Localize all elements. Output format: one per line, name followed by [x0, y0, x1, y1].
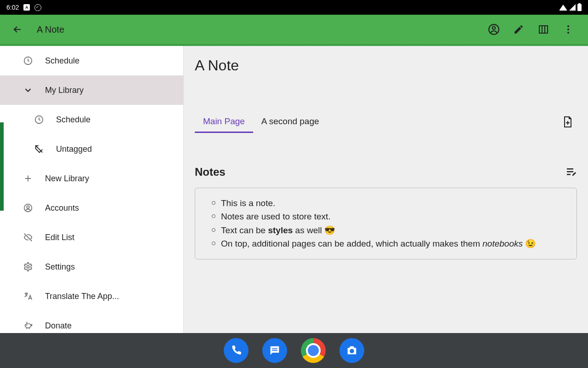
- sidebar-item-donate[interactable]: Donate: [0, 311, 183, 333]
- camera-icon: [345, 344, 358, 357]
- tag-off-icon: [34, 144, 44, 154]
- status-time: 6:02: [6, 4, 19, 11]
- svg-rect-12: [567, 168, 573, 170]
- clock-icon: [34, 115, 44, 125]
- sidebar: Schedule My Library Schedule Untagged Ne…: [0, 46, 184, 333]
- svg-rect-13: [567, 171, 573, 172]
- sidebar-label: Schedule: [45, 56, 79, 66]
- sidebar-label: New Library: [45, 174, 89, 184]
- chrome-app-icon[interactable]: [301, 338, 326, 363]
- sidebar-item-mylibrary[interactable]: My Library: [0, 75, 183, 105]
- sidebar-label: Accounts: [45, 203, 79, 213]
- messages-app-icon[interactable]: [262, 338, 287, 363]
- sidebar-selection-indicator: [0, 122, 4, 211]
- sidebar-item-newlibrary[interactable]: New Library: [0, 164, 183, 193]
- svg-point-1: [492, 27, 496, 30]
- chevron-down-icon: [23, 85, 33, 95]
- tab-main-page[interactable]: Main Page: [195, 111, 253, 133]
- back-arrow-icon: [12, 24, 23, 35]
- sidebar-item-translate[interactable]: Translate The App...: [0, 282, 183, 311]
- svg-rect-16: [272, 350, 277, 351]
- note-title: A Note: [195, 57, 577, 74]
- piggy-icon: [23, 321, 33, 331]
- eye-off-icon: [23, 232, 33, 242]
- note-line: Text can be styles as well 😎: [208, 224, 564, 237]
- account-icon: [488, 23, 500, 35]
- svg-point-11: [27, 325, 27, 326]
- account-circle-icon: [23, 203, 33, 213]
- phone-icon: [230, 345, 242, 356]
- file-plus-icon: [563, 116, 573, 128]
- pencil-icon: [513, 24, 524, 35]
- sidebar-label: Translate The App...: [45, 292, 119, 301]
- sidebar-label: Schedule: [56, 115, 90, 125]
- svg-rect-14: [567, 174, 571, 175]
- sidebar-label: Untagged: [56, 144, 92, 154]
- more-vert-icon: [563, 24, 574, 35]
- add-page-button[interactable]: [559, 113, 577, 131]
- note-line: Notes are used to store text.: [208, 210, 564, 223]
- notes-card[interactable]: This is a note. Notes are used to store …: [195, 188, 577, 259]
- signal-icon: [569, 4, 576, 11]
- wifi-icon: [559, 5, 567, 11]
- status-bar: 6:02 A: [0, 0, 588, 15]
- notes-heading: Notes: [195, 166, 226, 178]
- columns-icon: [538, 24, 549, 35]
- edit-notes-button[interactable]: [566, 167, 577, 177]
- svg-point-10: [27, 265, 29, 268]
- sidebar-label: My Library: [45, 86, 84, 95]
- gear-icon: [23, 262, 33, 272]
- svg-point-4: [567, 29, 569, 30]
- svg-point-9: [27, 206, 29, 208]
- sidebar-item-schedule[interactable]: Schedule: [0, 46, 183, 75]
- tab-second-page[interactable]: A second page: [253, 111, 328, 133]
- plus-icon: [23, 173, 33, 184]
- svg-rect-2: [539, 26, 548, 33]
- phone-app-icon[interactable]: [224, 338, 249, 363]
- list-edit-icon: [566, 167, 577, 177]
- note-line: On top, additional pages can be added, w…: [208, 237, 564, 250]
- sidebar-item-editlist[interactable]: Edit List: [0, 223, 183, 252]
- system-nav-bar: [0, 333, 588, 368]
- app-bar: A Note: [0, 15, 588, 44]
- appbar-title: A Note: [37, 24, 481, 35]
- svg-point-3: [567, 25, 569, 27]
- svg-point-5: [567, 32, 569, 34]
- translate-icon: [23, 291, 33, 301]
- svg-point-17: [350, 349, 354, 353]
- back-button[interactable]: [7, 19, 28, 40]
- battery-icon: [577, 4, 582, 11]
- edit-button[interactable]: [506, 18, 531, 40]
- sidebar-item-accounts[interactable]: Accounts: [0, 193, 183, 223]
- message-icon: [268, 344, 281, 357]
- svg-rect-15: [272, 348, 277, 349]
- sidebar-label: Donate: [45, 321, 72, 331]
- more-button[interactable]: [556, 18, 581, 40]
- sidebar-label: Settings: [45, 262, 75, 272]
- camera-app-icon[interactable]: [339, 338, 364, 363]
- clock-icon: [23, 56, 33, 66]
- tab-row: Main Page A second page: [195, 111, 577, 133]
- columns-button[interactable]: [531, 18, 556, 40]
- account-button[interactable]: [481, 18, 506, 40]
- status-check-icon: [34, 4, 41, 11]
- sidebar-label: Edit List: [45, 233, 74, 242]
- main-content: A Note Main Page A second page Notes Thi…: [184, 46, 588, 333]
- sidebar-item-sub-schedule[interactable]: Schedule: [0, 105, 183, 134]
- note-line: This is a note.: [208, 196, 564, 210]
- sidebar-item-settings[interactable]: Settings: [0, 252, 183, 282]
- sidebar-item-untagged[interactable]: Untagged: [0, 134, 183, 164]
- keyboard-indicator-icon: A: [23, 4, 30, 11]
